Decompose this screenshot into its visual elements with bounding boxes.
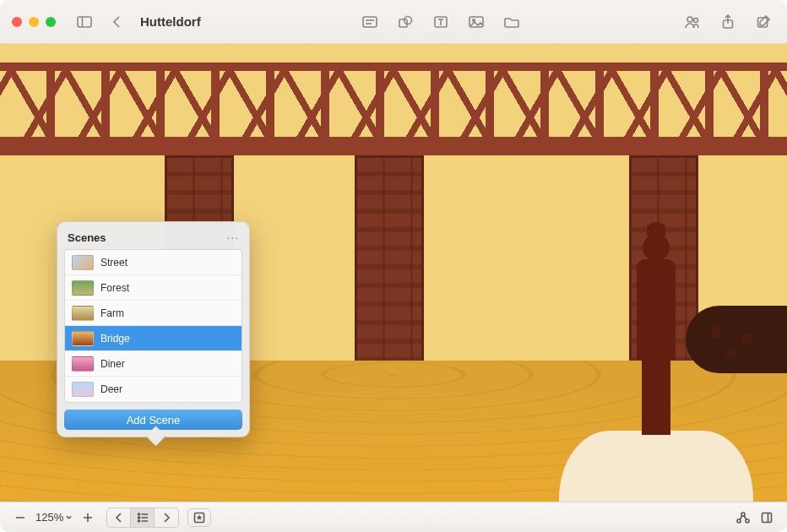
scene-list: Street Forest Farm Bridge Diner Deer	[64, 249, 242, 403]
bottom-bar: 125%	[0, 502, 787, 532]
navigator-segment	[106, 508, 179, 528]
zoom-in-button[interactable]	[78, 508, 98, 527]
chevron-down-icon	[65, 513, 73, 521]
svg-point-19	[138, 517, 139, 518]
minimize-window-button[interactable]	[29, 17, 39, 27]
scene-list-toggle-button[interactable]	[131, 508, 155, 527]
window-controls	[12, 17, 56, 27]
svg-point-6	[404, 16, 411, 24]
add-scene-button[interactable]: Add Scene	[64, 410, 242, 430]
back-button[interactable]	[105, 10, 128, 34]
format-button[interactable]	[358, 10, 382, 34]
titlebar: Hutteldorf	[0, 0, 787, 44]
zoom-value-label: 125%	[35, 511, 63, 524]
scenes-more-button[interactable]: ···	[226, 231, 239, 244]
svg-point-21	[138, 520, 139, 522]
document-title: Hutteldorf	[140, 14, 201, 29]
rock-graphic	[559, 431, 753, 502]
share-button[interactable]	[716, 10, 740, 34]
svg-point-11	[694, 18, 698, 22]
scene-thumb-icon	[72, 255, 94, 270]
toolbar-center-group	[358, 10, 524, 34]
shapes-button[interactable]	[394, 10, 417, 34]
fullscreen-window-button[interactable]	[46, 17, 56, 27]
media-button[interactable]	[464, 10, 488, 34]
scene-item-farm[interactable]: Farm	[65, 301, 242, 326]
folder-button[interactable]	[500, 10, 524, 34]
scene-thumb-icon	[72, 306, 94, 321]
next-scene-button[interactable]	[155, 508, 178, 527]
figure-silhouette	[622, 234, 690, 437]
scene-label: Farm	[100, 307, 124, 319]
zoom-value-dropdown[interactable]: 125%	[34, 511, 74, 524]
svg-rect-2	[363, 17, 377, 27]
toolbar-right-group	[681, 10, 775, 34]
scene-label: Deer	[100, 383, 122, 395]
scene-item-street[interactable]: Street	[65, 250, 242, 275]
svg-rect-0	[78, 17, 91, 27]
prev-scene-button[interactable]	[107, 508, 131, 527]
bridge-deck-graphic	[0, 137, 787, 155]
scene-label: Forest	[100, 282, 129, 294]
scene-label: Bridge	[100, 333, 130, 345]
highlight-button[interactable]	[187, 508, 211, 527]
inspector-toggle-button[interactable]	[757, 508, 777, 527]
bush-graphic	[686, 306, 787, 373]
scene-thumb-icon	[72, 356, 94, 372]
scene-thumb-icon	[72, 382, 94, 397]
zoom-out-button[interactable]	[10, 508, 30, 527]
svg-point-17	[138, 513, 139, 515]
svg-rect-27	[763, 513, 772, 522]
text-box-button[interactable]	[429, 10, 453, 34]
close-window-button[interactable]	[12, 17, 22, 27]
svg-point-10	[687, 17, 692, 22]
connections-button[interactable]	[733, 508, 753, 527]
scenes-header: Scenes ···	[64, 229, 242, 249]
scene-label: Diner	[100, 358, 125, 370]
compose-button[interactable]	[752, 10, 775, 34]
scenes-title: Scenes	[68, 231, 106, 244]
scene-label: Street	[100, 257, 128, 269]
scene-item-bridge[interactable]: Bridge	[65, 326, 242, 351]
sidebar-toggle-button[interactable]	[73, 10, 96, 34]
scene-thumb-icon	[72, 280, 94, 296]
scene-item-diner[interactable]: Diner	[65, 351, 242, 377]
scenes-popover: Scenes ··· Street Forest Farm Bridge Din…	[57, 221, 250, 437]
scene-item-forest[interactable]: Forest	[65, 275, 242, 301]
collaborate-button[interactable]	[681, 10, 704, 34]
scene-thumb-icon	[72, 331, 94, 346]
scene-item-deer[interactable]: Deer	[65, 377, 242, 402]
svg-point-9	[473, 19, 475, 21]
bridge-truss-graphic	[0, 62, 787, 138]
